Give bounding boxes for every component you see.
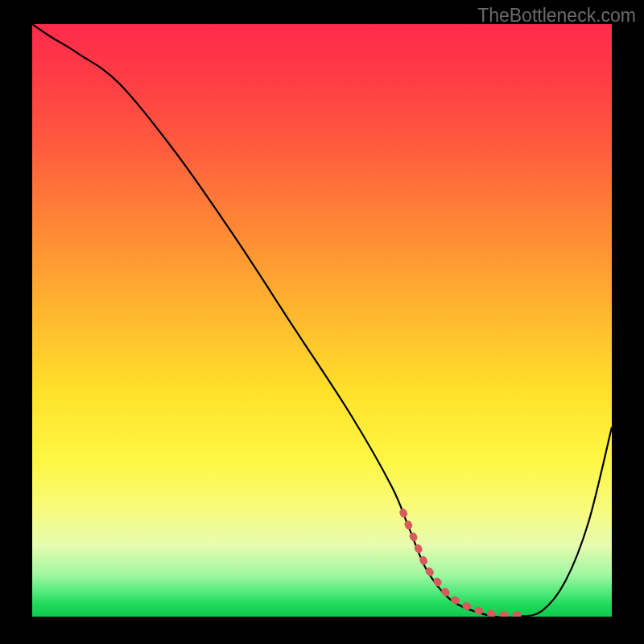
plot-area: [32, 24, 612, 617]
bottleneck-curve: [32, 24, 612, 617]
selected-range-dotted: [403, 512, 525, 615]
chart-frame: TheBottleneck.com: [0, 0, 644, 644]
curve-layer: [32, 24, 612, 617]
attribution-watermark: TheBottleneck.com: [477, 5, 636, 27]
